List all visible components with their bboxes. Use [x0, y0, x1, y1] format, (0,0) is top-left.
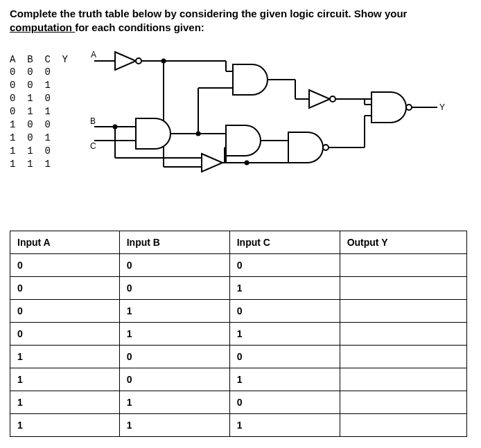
cell-b: 1 [119, 391, 229, 413]
cell-c: 0 [229, 345, 340, 368]
cell-y [340, 276, 466, 299]
cell-y [340, 322, 466, 345]
cell-c: 1 [229, 368, 340, 391]
cell-b: 0 [119, 276, 229, 299]
cell-c: 0 [229, 391, 340, 413]
cell-c: 0 [229, 299, 340, 322]
mini-tt-row: 1 1 0 [10, 145, 51, 156]
cell-b: 1 [119, 413, 229, 436]
mini-truth-table: A B C Y 0 0 0 0 0 1 0 1 0 0 1 1 1 0 0 1 … [10, 51, 68, 189]
cell-b: 0 [119, 368, 229, 391]
mini-tt-header: A B C Y [10, 54, 68, 65]
cell-b: 1 [119, 299, 229, 322]
circuit-label-a: A [91, 51, 96, 60]
table-row: 011 [10, 322, 467, 345]
circuit-label-y: Y [439, 102, 445, 112]
cell-a: 0 [10, 322, 120, 345]
diagram-row: A B C Y 0 0 0 0 0 1 0 1 0 0 1 1 1 0 0 1 … [10, 51, 471, 189]
mini-tt-row: 1 0 0 [10, 119, 51, 130]
table-row: 100 [10, 345, 467, 368]
table-row: 101 [10, 368, 467, 391]
col-header-y: Output Y [340, 231, 466, 253]
col-header-a: Input A [10, 231, 120, 253]
cell-a: 1 [10, 413, 120, 436]
cell-a: 0 [10, 299, 120, 322]
cell-y [340, 413, 466, 436]
cell-y [340, 391, 466, 413]
logic-circuit-diagram: A B C Y [87, 51, 448, 189]
cell-c: 1 [229, 276, 340, 299]
mini-tt-row: 1 0 1 [10, 132, 51, 143]
table-row: 010 [10, 299, 467, 322]
cell-a: 0 [10, 253, 120, 276]
instruction-trail: for each conditions given: [75, 21, 204, 33]
table-row: 111 [10, 413, 467, 436]
cell-a: 1 [10, 391, 120, 413]
table-row: 001 [10, 276, 467, 299]
instruction-underlined: computation [10, 21, 75, 33]
cell-b: 0 [119, 253, 229, 276]
mini-tt-row: 0 0 0 [10, 66, 51, 78]
cell-a: 1 [10, 368, 120, 391]
circuit-label-b: B [90, 116, 96, 126]
cell-c: 1 [229, 413, 340, 436]
mini-tt-row: 0 1 1 [10, 106, 51, 117]
cell-b: 0 [119, 345, 229, 368]
col-header-b: Input B [119, 231, 229, 253]
mini-tt-row: 1 1 1 [10, 159, 51, 170]
cell-a: 0 [10, 276, 120, 299]
table-row: 110 [10, 391, 467, 413]
instruction-lead: Complete the truth table below by consid… [10, 8, 407, 19]
cell-c: 0 [229, 253, 340, 276]
cell-y [340, 368, 466, 391]
table-row: 000 [10, 253, 467, 276]
circuit-label-c: C [90, 141, 96, 151]
mini-tt-row: 0 1 0 [10, 93, 51, 104]
svg-point-7 [162, 59, 166, 62]
mini-tt-row: 0 0 1 [10, 80, 51, 91]
cell-a: 1 [10, 345, 120, 368]
table-header-row: Input A Input B Input C Output Y [10, 231, 467, 253]
instruction-text: Complete the truth table below by consid… [10, 7, 471, 35]
cell-b: 1 [119, 322, 229, 345]
cell-y [340, 253, 466, 276]
truth-table: Input A Input B Input C Output Y 0000010… [10, 231, 467, 437]
cell-y [340, 299, 466, 322]
col-header-c: Input C [229, 231, 340, 253]
cell-c: 1 [229, 322, 340, 345]
cell-y [340, 345, 466, 368]
